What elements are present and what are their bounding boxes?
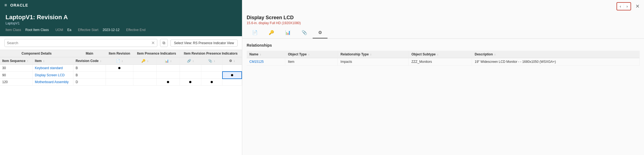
rel-cell-name: CM15125	[247, 58, 285, 66]
rel-col-object-type[interactable]: Object Type ↕	[285, 51, 338, 58]
rel-cell-description: 19" Widescreen LCD Monitor - - 1680x1050…	[472, 58, 640, 66]
col-settings-icon[interactable]: ⚙ ↕	[222, 57, 242, 65]
right-panel-subtitle: 15.6-in. display Full HD (1920X1080)	[247, 21, 301, 25]
left-panel: ≡ ORACLE LaptopV1: Revision A LaptopV1 I…	[0, 0, 242, 155]
col-group-item-revision: Item Revision	[106, 50, 133, 57]
table-row: 90 Display Screen LCD B	[0, 72, 242, 79]
col-group-item-presence: Item Presence Indicators	[133, 50, 180, 57]
header-meta: Item Class Root Item Class UOM Ea Effect…	[5, 28, 236, 34]
relationship-row: CM15125 Item Impacts ZZZ_Monitors 19" Wi…	[247, 58, 640, 66]
view-select-button[interactable]: Select View: RS Presence Indicator View	[170, 40, 238, 47]
components-table: Component Details Main Item Revision Ite…	[0, 50, 242, 86]
tab-doc-icon[interactable]: 📄	[247, 27, 263, 38]
col-attach-icon[interactable]: 📎 ↕	[201, 57, 222, 65]
cell-link	[180, 72, 201, 79]
cell-doc	[106, 79, 133, 86]
cell-link	[180, 79, 201, 86]
cell-item: Motherboard Assembly	[32, 79, 73, 86]
oracle-logo: ORACLE	[10, 3, 28, 7]
cell-link	[180, 65, 201, 72]
search-input[interactable]	[7, 41, 151, 45]
meta-uom: Ea	[67, 28, 71, 32]
item-link[interactable]: Motherboard Assembly	[35, 80, 69, 84]
col-item-sequence[interactable]: Item Sequence ↑	[0, 57, 32, 65]
table-row: 30 Keyboard standard B	[0, 65, 242, 72]
item-link[interactable]: Display Screen LCD	[35, 73, 65, 77]
cell-doc	[106, 65, 133, 72]
cell-settings-highlighted	[222, 72, 242, 79]
rel-name-link[interactable]: CM15125	[249, 60, 264, 64]
item-link[interactable]: Keyboard standard	[35, 66, 63, 70]
table-row: 120 Motherboard Assembly D	[0, 79, 242, 86]
page-subtitle: LaptopV1	[5, 21, 236, 25]
cell-key	[133, 72, 156, 79]
cell-settings	[222, 65, 242, 72]
tab-attach-icon[interactable]: 📎	[296, 27, 313, 38]
page-title: LaptopV1: Revision A	[5, 14, 236, 21]
cell-chart	[156, 65, 180, 72]
relationships-table: Name ↕ Object Type ↕ Relationship Type ↕…	[247, 51, 640, 66]
section-title: Relationships	[247, 43, 640, 47]
cell-key	[133, 79, 156, 86]
right-panel-icon-tabs: 📄 🔑 📊 📎 ⚙	[242, 27, 644, 39]
app-header: ≡ ORACLE LaptopV1: Revision A LaptopV1 I…	[0, 0, 242, 36]
col-doc-icon[interactable]: 📄 ↕	[106, 57, 133, 65]
cell-attach	[201, 65, 222, 72]
search-box[interactable]: ✕	[4, 39, 157, 47]
rel-col-relationship-type[interactable]: Relationship Type ↕	[338, 51, 409, 58]
cell-sequence: 30	[0, 65, 32, 72]
right-panel-header: Display Screen LCD 15.6-in. display Full…	[242, 10, 644, 27]
col-group-item-revision-presence: Item Revision Presence Indicators	[180, 50, 242, 57]
rel-col-object-subtype[interactable]: Object Subtype ↕	[409, 51, 472, 58]
rel-cell-relationship-type: Impacts	[338, 58, 409, 66]
toolbar: ✕ ⧉ Select View: RS Presence Indicator V…	[0, 36, 242, 50]
right-panel-nav-row: ‹ › ✕	[242, 0, 644, 10]
cell-item: Keyboard standard	[32, 65, 73, 72]
col-group-component-details: Component Details	[0, 50, 73, 57]
nav-next-button[interactable]: ›	[624, 3, 630, 9]
col-group-main: Main	[73, 50, 106, 57]
meta-item-class: Root Item Class	[25, 28, 49, 32]
main-table-container: Component Details Main Item Revision Ite…	[0, 50, 242, 155]
rel-cell-object-subtype: ZZZ_Monitors	[409, 58, 472, 66]
cell-revision: B	[73, 65, 106, 72]
cell-doc	[106, 72, 133, 79]
right-panel-content: Relationships Name ↕ Object Type ↕ Relat…	[242, 39, 644, 155]
right-panel-title: Display Screen LCD	[247, 15, 301, 21]
cell-sequence: 90	[0, 72, 32, 79]
rel-col-name[interactable]: Name ↕	[247, 51, 285, 58]
col-chart-icon[interactable]: 📊 ↕	[156, 57, 180, 65]
col-revision-code[interactable]: Revision Code ↕	[73, 57, 106, 65]
cell-key	[133, 65, 156, 72]
search-clear-icon[interactable]: ✕	[151, 40, 155, 46]
cell-revision: D	[73, 79, 106, 86]
col-link-icon[interactable]: 🔗 ↕	[180, 57, 201, 65]
cell-item: Display Screen LCD	[32, 72, 73, 79]
cell-attach	[201, 79, 222, 86]
cell-chart	[156, 79, 180, 86]
close-button[interactable]: ✕	[635, 3, 640, 9]
cell-settings	[222, 79, 242, 86]
hamburger-icon[interactable]: ≡	[4, 3, 7, 8]
nav-buttons: ‹ ›	[617, 2, 631, 10]
tab-chart-icon[interactable]: 📊	[280, 27, 296, 38]
meta-effective-start: 2023-12-12	[103, 28, 119, 32]
cell-chart	[156, 72, 180, 79]
copy-button[interactable]: ⧉	[160, 39, 168, 47]
cell-attach	[201, 72, 222, 79]
cell-sequence: 120	[0, 79, 32, 86]
rel-cell-object-type: Item	[285, 58, 338, 66]
cell-revision: B	[73, 72, 106, 79]
col-item[interactable]: Item ↕	[32, 57, 73, 65]
tab-key-icon[interactable]: 🔑	[263, 27, 280, 38]
rel-col-description[interactable]: Description ↕	[472, 51, 640, 58]
nav-prev-button[interactable]: ‹	[618, 3, 623, 9]
col-key-icon[interactable]: 🔑 ↕	[133, 57, 156, 65]
right-panel: ‹ › ✕ Display Screen LCD 15.6-in. displa…	[242, 0, 644, 155]
tab-settings-icon[interactable]: ⚙	[313, 27, 327, 38]
